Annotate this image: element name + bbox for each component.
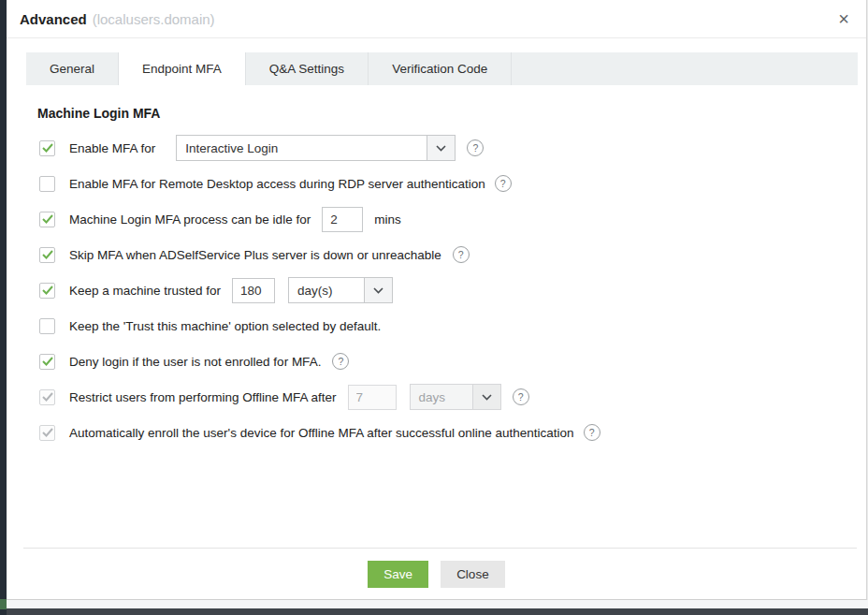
row-skip-mfa: Skip MFA when ADSelfService Plus server … — [39, 241, 866, 269]
close-button[interactable]: Close — [441, 561, 505, 588]
tab-label: General — [50, 62, 94, 76]
offline-days-input — [348, 385, 397, 410]
background-sidebar-strip — [0, 0, 7, 615]
tab-label: Verification Code — [392, 62, 487, 76]
idle-time-checkbox[interactable] — [39, 212, 55, 227]
row-restrict-offline-mfa: Restrict users from performing Offline M… — [39, 383, 866, 411]
row-trusted-machine: Keep a machine trusted for day(s) — [39, 276, 866, 304]
skip-mfa-checkbox[interactable] — [39, 247, 55, 263]
trusted-machine-checkbox[interactable] — [39, 283, 55, 299]
row-label: Skip MFA when ADSelfService Plus server … — [69, 248, 441, 262]
tab-bar: General Endpoint MFA Q&A Settings Verifi… — [26, 52, 858, 85]
row-label: Enable MFA for — [69, 141, 155, 155]
row-label: Deny login if the user is not enrolled f… — [69, 355, 321, 369]
section-title: Machine Login MFA — [37, 106, 866, 121]
check-icon — [42, 392, 53, 402]
deny-login-checkbox[interactable] — [39, 354, 55, 370]
dialog-subtitle: (localusers.domain) — [93, 11, 215, 27]
select-value: days — [411, 385, 472, 409]
dialog-title: Advanced — [20, 11, 87, 27]
trusted-duration-input[interactable] — [232, 278, 275, 303]
trusted-unit-select[interactable]: day(s) — [288, 277, 393, 303]
help-icon[interactable]: ? — [453, 246, 470, 263]
row-idle-time: Machine Login MFA process can be idle fo… — [39, 205, 866, 233]
close-icon[interactable]: × — [838, 9, 849, 28]
help-icon[interactable]: ? — [513, 388, 529, 405]
settings-rows: Enable MFA for Interactive Login ? Enabl… — [39, 134, 866, 447]
offline-unit-select: days — [410, 384, 501, 410]
row-enable-mfa-for: Enable MFA for Interactive Login ? — [39, 134, 866, 162]
dialog-header: Advanced (localusers.domain) × — [7, 0, 866, 38]
select-value: day(s) — [289, 278, 364, 302]
auto-enroll-checkbox — [39, 425, 55, 441]
check-icon — [42, 214, 53, 224]
tab-bar-filler — [512, 52, 858, 85]
tab-endpoint-mfa[interactable]: Endpoint MFA — [119, 52, 246, 85]
help-icon[interactable]: ? — [584, 424, 600, 441]
mfa-rdp-checkbox[interactable] — [39, 176, 55, 192]
row-deny-login: Deny login if the user is not enrolled f… — [39, 347, 866, 375]
row-suffix: mins — [374, 212, 401, 227]
check-icon — [42, 286, 53, 295]
row-label: Keep the 'Trust this machine' option sel… — [69, 319, 381, 333]
mfa-type-select[interactable]: Interactive Login — [176, 135, 456, 161]
tab-verification-code[interactable]: Verification Code — [369, 52, 512, 85]
restrict-offline-checkbox — [39, 389, 55, 405]
row-label: Machine Login MFA process can be idle fo… — [69, 212, 311, 227]
check-icon — [42, 428, 53, 437]
check-icon — [42, 250, 53, 259]
select-value: Interactive Login — [177, 136, 427, 160]
tab-label: Endpoint MFA — [142, 62, 222, 76]
chevron-down-icon — [472, 385, 500, 409]
row-label: Enable MFA for Remote Desktop access dur… — [69, 177, 485, 191]
tab-label: Q&A Settings — [269, 62, 344, 76]
row-mfa-rdp: Enable MFA for Remote Desktop access dur… — [39, 169, 866, 198]
footer-divider — [23, 548, 857, 549]
tab-qa-settings[interactable]: Q&A Settings — [246, 52, 369, 85]
row-trust-default: Keep the 'Trust this machine' option sel… — [39, 312, 866, 340]
help-icon[interactable]: ? — [495, 175, 512, 192]
background-page-dark-band — [7, 608, 868, 615]
trust-default-checkbox[interactable] — [39, 318, 55, 334]
row-label: Automatically enroll the user's device f… — [69, 426, 574, 440]
background-accent — [0, 599, 7, 609]
check-icon — [42, 143, 53, 153]
dialog-footer: Save Close — [7, 561, 866, 588]
tab-general[interactable]: General — [26, 52, 119, 85]
chevron-down-icon — [364, 278, 392, 302]
save-button[interactable]: Save — [368, 561, 428, 588]
check-icon — [42, 357, 53, 366]
help-icon[interactable]: ? — [467, 139, 484, 156]
idle-minutes-input[interactable] — [322, 207, 363, 232]
row-label: Restrict users from performing Offline M… — [69, 390, 337, 404]
row-label: Keep a machine trusted for — [69, 284, 221, 298]
chevron-down-icon — [427, 136, 455, 160]
row-auto-enroll-offline: Automatically enroll the user's device f… — [39, 418, 866, 447]
advanced-settings-dialog: Advanced (localusers.domain) × General E… — [7, 0, 867, 600]
help-icon[interactable]: ? — [332, 353, 349, 370]
enable-mfa-checkbox[interactable] — [39, 140, 55, 156]
